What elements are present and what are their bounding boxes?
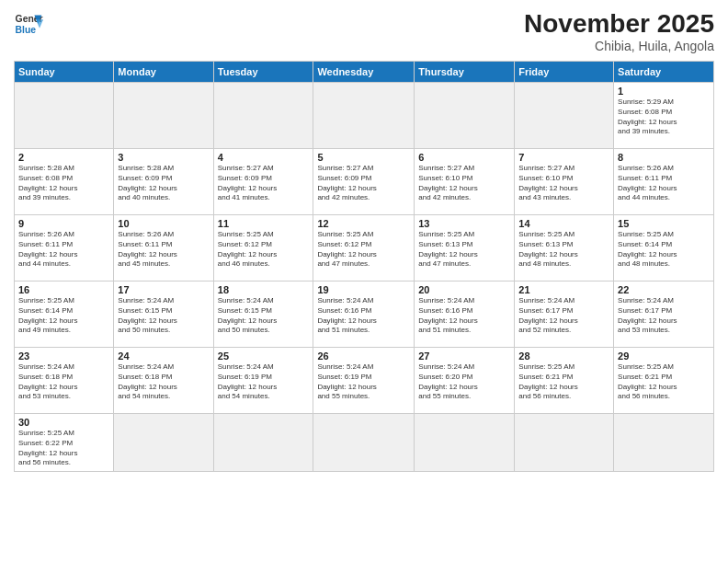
title-block: November 2025 Chibia, Huila, Angola bbox=[524, 9, 714, 53]
calendar-cell: 10Sunrise: 5:26 AM Sunset: 6:11 PM Dayli… bbox=[114, 215, 213, 282]
day-number: 2 bbox=[18, 152, 109, 163]
calendar: SundayMondayTuesdayWednesdayThursdayFrid… bbox=[14, 61, 714, 472]
calendar-cell: 1Sunrise: 5:29 AM Sunset: 6:08 PM Daylig… bbox=[614, 83, 714, 149]
calendar-cell bbox=[313, 414, 415, 472]
day-number: 20 bbox=[418, 284, 510, 295]
calendar-cell: 23Sunrise: 5:24 AM Sunset: 6:18 PM Dayli… bbox=[15, 348, 114, 414]
day-info: Sunrise: 5:26 AM Sunset: 6:11 PM Dayligh… bbox=[618, 164, 710, 203]
calendar-cell: 7Sunrise: 5:27 AM Sunset: 6:10 PM Daylig… bbox=[515, 149, 614, 215]
header: General Blue November 2025 Chibia, Huila… bbox=[14, 9, 714, 53]
calendar-cell bbox=[213, 83, 313, 149]
day-number: 14 bbox=[518, 218, 609, 229]
day-number: 5 bbox=[317, 152, 410, 163]
weekday-header-monday: Monday bbox=[114, 62, 213, 83]
calendar-cell: 5Sunrise: 5:27 AM Sunset: 6:09 PM Daylig… bbox=[313, 149, 415, 215]
calendar-cell bbox=[415, 83, 515, 149]
generalblue-logo-icon: General Blue bbox=[14, 9, 43, 39]
weekday-header-sunday: Sunday bbox=[15, 62, 114, 83]
day-info: Sunrise: 5:29 AM Sunset: 6:08 PM Dayligh… bbox=[618, 98, 710, 137]
day-info: Sunrise: 5:25 AM Sunset: 6:21 PM Dayligh… bbox=[518, 362, 609, 402]
day-info: Sunrise: 5:26 AM Sunset: 6:11 PM Dayligh… bbox=[118, 230, 209, 270]
day-number: 11 bbox=[218, 218, 310, 229]
day-number: 13 bbox=[418, 218, 510, 229]
calendar-cell: 25Sunrise: 5:24 AM Sunset: 6:19 PM Dayli… bbox=[213, 348, 313, 414]
day-info: Sunrise: 5:24 AM Sunset: 6:19 PM Dayligh… bbox=[317, 362, 410, 402]
calendar-cell: 16Sunrise: 5:25 AM Sunset: 6:14 PM Dayli… bbox=[15, 282, 114, 348]
calendar-cell bbox=[515, 83, 614, 149]
calendar-cell bbox=[614, 414, 714, 472]
day-number: 29 bbox=[618, 350, 710, 362]
day-number: 21 bbox=[518, 284, 609, 295]
day-number: 7 bbox=[518, 152, 609, 163]
calendar-cell: 20Sunrise: 5:24 AM Sunset: 6:16 PM Dayli… bbox=[415, 282, 515, 348]
day-info: Sunrise: 5:26 AM Sunset: 6:11 PM Dayligh… bbox=[18, 230, 109, 270]
calendar-cell bbox=[213, 414, 313, 472]
day-info: Sunrise: 5:25 AM Sunset: 6:22 PM Dayligh… bbox=[18, 429, 109, 468]
day-number: 1 bbox=[618, 86, 710, 97]
day-info: Sunrise: 5:25 AM Sunset: 6:21 PM Dayligh… bbox=[618, 362, 710, 402]
calendar-cell: 12Sunrise: 5:25 AM Sunset: 6:12 PM Dayli… bbox=[313, 215, 415, 282]
weekday-header-tuesday: Tuesday bbox=[213, 62, 313, 83]
weekday-header-saturday: Saturday bbox=[614, 62, 714, 83]
day-info: Sunrise: 5:27 AM Sunset: 6:10 PM Dayligh… bbox=[518, 164, 609, 203]
day-info: Sunrise: 5:28 AM Sunset: 6:09 PM Dayligh… bbox=[118, 164, 209, 203]
day-info: Sunrise: 5:25 AM Sunset: 6:13 PM Dayligh… bbox=[418, 230, 510, 270]
day-number: 12 bbox=[317, 218, 410, 229]
calendar-cell: 26Sunrise: 5:24 AM Sunset: 6:19 PM Dayli… bbox=[313, 348, 415, 414]
calendar-cell: 21Sunrise: 5:24 AM Sunset: 6:17 PM Dayli… bbox=[515, 282, 614, 348]
calendar-cell bbox=[114, 414, 213, 472]
day-number: 10 bbox=[118, 218, 209, 229]
calendar-cell: 9Sunrise: 5:26 AM Sunset: 6:11 PM Daylig… bbox=[15, 215, 114, 282]
calendar-cell: 8Sunrise: 5:26 AM Sunset: 6:11 PM Daylig… bbox=[614, 149, 714, 215]
calendar-cell: 18Sunrise: 5:24 AM Sunset: 6:15 PM Dayli… bbox=[213, 282, 313, 348]
day-info: Sunrise: 5:24 AM Sunset: 6:17 PM Dayligh… bbox=[618, 296, 710, 336]
day-info: Sunrise: 5:24 AM Sunset: 6:15 PM Dayligh… bbox=[118, 296, 209, 336]
day-number: 8 bbox=[618, 152, 710, 163]
day-info: Sunrise: 5:24 AM Sunset: 6:17 PM Dayligh… bbox=[518, 296, 609, 336]
calendar-cell bbox=[15, 83, 114, 149]
logo: General Blue bbox=[14, 9, 43, 39]
calendar-cell bbox=[313, 83, 415, 149]
day-number: 24 bbox=[118, 350, 209, 362]
calendar-cell: 24Sunrise: 5:24 AM Sunset: 6:18 PM Dayli… bbox=[114, 348, 213, 414]
day-number: 3 bbox=[118, 152, 209, 163]
calendar-cell: 4Sunrise: 5:27 AM Sunset: 6:09 PM Daylig… bbox=[213, 149, 313, 215]
calendar-cell: 14Sunrise: 5:25 AM Sunset: 6:13 PM Dayli… bbox=[515, 215, 614, 282]
day-info: Sunrise: 5:25 AM Sunset: 6:13 PM Dayligh… bbox=[518, 230, 609, 270]
day-number: 16 bbox=[18, 284, 109, 295]
day-info: Sunrise: 5:24 AM Sunset: 6:16 PM Dayligh… bbox=[317, 296, 410, 336]
day-number: 6 bbox=[418, 152, 510, 163]
day-number: 25 bbox=[218, 350, 310, 362]
day-info: Sunrise: 5:25 AM Sunset: 6:14 PM Dayligh… bbox=[618, 230, 710, 270]
calendar-cell: 28Sunrise: 5:25 AM Sunset: 6:21 PM Dayli… bbox=[515, 348, 614, 414]
day-info: Sunrise: 5:27 AM Sunset: 6:09 PM Dayligh… bbox=[218, 164, 310, 203]
calendar-cell bbox=[515, 414, 614, 472]
calendar-cell: 22Sunrise: 5:24 AM Sunset: 6:17 PM Dayli… bbox=[614, 282, 714, 348]
day-info: Sunrise: 5:27 AM Sunset: 6:10 PM Dayligh… bbox=[418, 164, 510, 203]
day-number: 30 bbox=[18, 417, 109, 428]
day-number: 9 bbox=[18, 218, 109, 229]
day-info: Sunrise: 5:24 AM Sunset: 6:19 PM Dayligh… bbox=[218, 362, 310, 402]
day-number: 23 bbox=[18, 350, 109, 362]
day-number: 4 bbox=[218, 152, 310, 163]
day-info: Sunrise: 5:28 AM Sunset: 6:08 PM Dayligh… bbox=[18, 164, 109, 203]
day-info: Sunrise: 5:27 AM Sunset: 6:09 PM Dayligh… bbox=[317, 164, 410, 203]
day-info: Sunrise: 5:24 AM Sunset: 6:15 PM Dayligh… bbox=[218, 296, 310, 336]
calendar-cell: 13Sunrise: 5:25 AM Sunset: 6:13 PM Dayli… bbox=[415, 215, 515, 282]
day-number: 15 bbox=[618, 218, 710, 229]
day-number: 22 bbox=[618, 284, 710, 295]
calendar-cell bbox=[415, 414, 515, 472]
day-number: 28 bbox=[518, 350, 609, 362]
day-number: 26 bbox=[317, 350, 410, 362]
calendar-cell: 29Sunrise: 5:25 AM Sunset: 6:21 PM Dayli… bbox=[614, 348, 714, 414]
calendar-cell: 3Sunrise: 5:28 AM Sunset: 6:09 PM Daylig… bbox=[114, 149, 213, 215]
weekday-header-wednesday: Wednesday bbox=[313, 62, 415, 83]
month-title: November 2025 bbox=[524, 9, 714, 39]
weekday-header-thursday: Thursday bbox=[415, 62, 515, 83]
day-info: Sunrise: 5:24 AM Sunset: 6:16 PM Dayligh… bbox=[418, 296, 510, 336]
day-number: 19 bbox=[317, 284, 410, 295]
day-info: Sunrise: 5:24 AM Sunset: 6:20 PM Dayligh… bbox=[418, 362, 510, 402]
calendar-cell bbox=[114, 83, 213, 149]
calendar-cell: 17Sunrise: 5:24 AM Sunset: 6:15 PM Dayli… bbox=[114, 282, 213, 348]
calendar-cell: 11Sunrise: 5:25 AM Sunset: 6:12 PM Dayli… bbox=[213, 215, 313, 282]
